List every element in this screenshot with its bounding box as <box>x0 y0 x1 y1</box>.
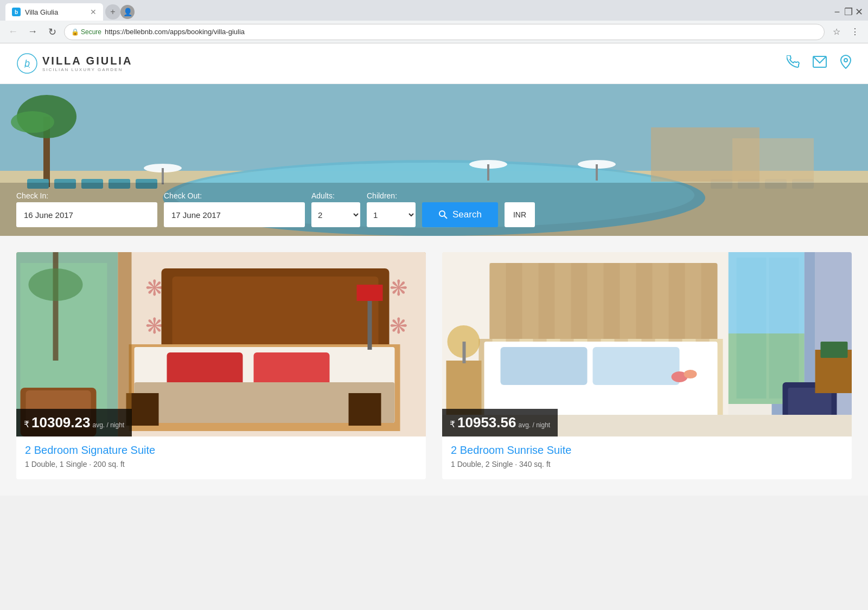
site-header: b VILLA GIULIA SICILIAN LUXURY GARDEN <box>0 43 868 84</box>
search-bar: Check In: Check Out: Adults: 2 1 3 4 <box>16 191 852 227</box>
secure-badge: 🔒 Secure <box>71 28 101 36</box>
room-image-wrapper: ❋ ❋ ❋ ❋ ❋ ❋ ❋ ❋ ❋ ❋ ❋ ❋ ❋ <box>16 252 426 436</box>
url-text: https://bellebnb.com/apps/booking/villa-… <box>105 28 245 36</box>
children-group: Children: 1 0 2 3 <box>367 191 416 227</box>
minimize-button[interactable]: − <box>833 8 841 16</box>
price-amount: 10953.56 <box>457 414 516 431</box>
search-btn-label: Search <box>452 209 482 220</box>
address-bar[interactable]: 🔒 Secure https://bellebnb.com/apps/booki… <box>64 24 825 40</box>
back-button[interactable]: ← <box>5 24 21 40</box>
svg-rect-60 <box>368 296 372 350</box>
price-badge: ₹ 10953.56 avg. / night <box>442 409 558 436</box>
svg-rect-79 <box>620 263 636 344</box>
svg-rect-97 <box>446 361 482 415</box>
svg-text:❋: ❋ <box>390 314 408 338</box>
price-badge: ₹ 10309.23 avg. / night <box>16 409 132 436</box>
room-details: 1 Double, 2 Single · 340 sq. ft <box>451 460 843 468</box>
adults-group: Adults: 2 1 3 4 <box>311 191 360 227</box>
bookmark-button[interactable]: ☆ <box>829 24 844 40</box>
rooms-grid: ❋ ❋ ❋ ❋ ❋ ❋ ❋ ❋ ❋ ❋ ❋ ❋ ❋ <box>16 252 852 479</box>
forward-button[interactable]: → <box>25 24 40 40</box>
currency-button[interactable]: INR <box>505 202 535 227</box>
phone-icon[interactable] <box>787 55 800 72</box>
currency-group: . INR <box>505 191 535 227</box>
email-icon[interactable] <box>813 56 827 71</box>
logo-sub: SICILIAN LUXURY GARDEN <box>42 67 132 72</box>
svg-rect-75 <box>490 263 506 344</box>
checkin-group: Check In: <box>16 191 157 227</box>
checkout-input[interactable] <box>164 202 305 227</box>
svg-rect-27 <box>732 138 814 182</box>
browser-chrome: b Villa Giulia ✕ + 👤 − ❐ ✕ ← → ↻ 🔒 Secur… <box>0 0 868 43</box>
checkout-label: Check Out: <box>164 191 305 200</box>
svg-rect-61 <box>357 285 383 301</box>
price-label: avg. / night <box>92 421 124 429</box>
price-amount: 10309.23 <box>31 414 90 431</box>
svg-rect-80 <box>653 263 669 344</box>
svg-rect-63 <box>349 393 381 426</box>
svg-line-29 <box>444 216 447 219</box>
svg-rect-78 <box>588 263 604 344</box>
new-tab-button[interactable]: + <box>105 4 120 20</box>
svg-rect-76 <box>522 263 539 344</box>
reload-button[interactable]: ↻ <box>44 24 60 40</box>
svg-rect-21 <box>162 168 164 184</box>
svg-point-28 <box>439 211 445 216</box>
checkin-input[interactable] <box>16 202 157 227</box>
location-icon[interactable] <box>840 55 852 72</box>
svg-point-3 <box>844 59 847 62</box>
website: b VILLA GIULIA SICILIAN LUXURY GARDEN <box>0 43 868 496</box>
menu-button[interactable]: ⋮ <box>847 24 863 40</box>
browser-toolbar: ← → ↻ 🔒 Secure https://bellebnb.com/apps… <box>0 21 868 43</box>
search-overlay: Check In: Check Out: Adults: 2 1 3 4 <box>0 183 868 236</box>
price-currency: ₹ <box>450 419 455 429</box>
price-label: avg. / night <box>518 421 550 429</box>
svg-rect-81 <box>685 263 701 344</box>
tab-close-button[interactable]: ✕ <box>90 8 97 16</box>
adults-select[interactable]: 2 1 3 4 <box>311 202 360 227</box>
close-button[interactable]: ✕ <box>855 8 863 16</box>
svg-text:❋: ❋ <box>145 276 164 300</box>
svg-text:❋: ❋ <box>145 314 164 338</box>
header-icons <box>787 55 852 72</box>
svg-rect-99 <box>463 342 466 363</box>
adults-label: Adults: <box>311 191 360 200</box>
svg-point-34 <box>29 268 83 301</box>
search-button[interactable]: Search <box>422 202 498 227</box>
restore-button[interactable]: ❐ <box>844 8 852 16</box>
room-image-wrapper: ₹ 10953.56 avg. / night <box>442 252 852 436</box>
svg-rect-77 <box>555 263 571 344</box>
search-btn-group: . Search <box>422 191 498 227</box>
checkout-group: Check Out: <box>164 191 305 227</box>
hero-section: Check In: Check Out: Adults: 2 1 3 4 <box>0 84 868 236</box>
svg-rect-103 <box>821 342 848 358</box>
browser-user-icon: 👤 <box>120 5 135 19</box>
room-info: 2 Bedroom Sunrise Suite 1 Double, 2 Sing… <box>442 436 852 479</box>
svg-text:❋: ❋ <box>390 276 408 300</box>
room-title[interactable]: 2 Bedroom Signature Suite <box>25 444 417 457</box>
room-info: 2 Bedroom Signature Suite 1 Double, 1 Si… <box>16 436 426 479</box>
search-icon <box>438 210 448 220</box>
tab-favicon: b <box>12 8 21 16</box>
browser-tab[interactable]: b Villa Giulia ✕ <box>5 3 103 21</box>
checkin-label: Check In: <box>16 191 157 200</box>
rooms-section: ❋ ❋ ❋ ❋ ❋ ❋ ❋ ❋ ❋ ❋ ❋ ❋ ❋ <box>0 236 868 496</box>
children-select[interactable]: 1 0 2 3 <box>367 202 416 227</box>
svg-point-10 <box>11 111 54 133</box>
svg-rect-94 <box>593 347 680 385</box>
logo-name: VILLA GIULIA <box>42 55 132 67</box>
svg-rect-93 <box>501 347 588 385</box>
svg-rect-71 <box>729 252 805 333</box>
room-card[interactable]: ❋ ❋ ❋ ❋ ❋ ❋ ❋ ❋ ❋ ❋ ❋ ❋ ❋ <box>16 252 426 479</box>
logo-text: VILLA GIULIA SICILIAN LUXURY GARDEN <box>42 55 132 72</box>
window-controls: − ❐ ✕ <box>833 8 863 16</box>
site-logo: b VILLA GIULIA SICILIAN LUXURY GARDEN <box>16 53 132 74</box>
tab-title: Villa Giulia <box>25 8 58 16</box>
svg-point-96 <box>684 370 697 378</box>
children-label: Children: <box>367 191 416 200</box>
room-title[interactable]: 2 Bedroom Sunrise Suite <box>451 444 843 457</box>
logo-icon: b <box>16 53 38 74</box>
room-card[interactable]: ₹ 10953.56 avg. / night 2 Bedroom Sunris… <box>442 252 852 479</box>
room-details: 1 Double, 1 Single · 200 sq. ft <box>25 460 417 468</box>
svg-rect-23 <box>487 164 489 181</box>
